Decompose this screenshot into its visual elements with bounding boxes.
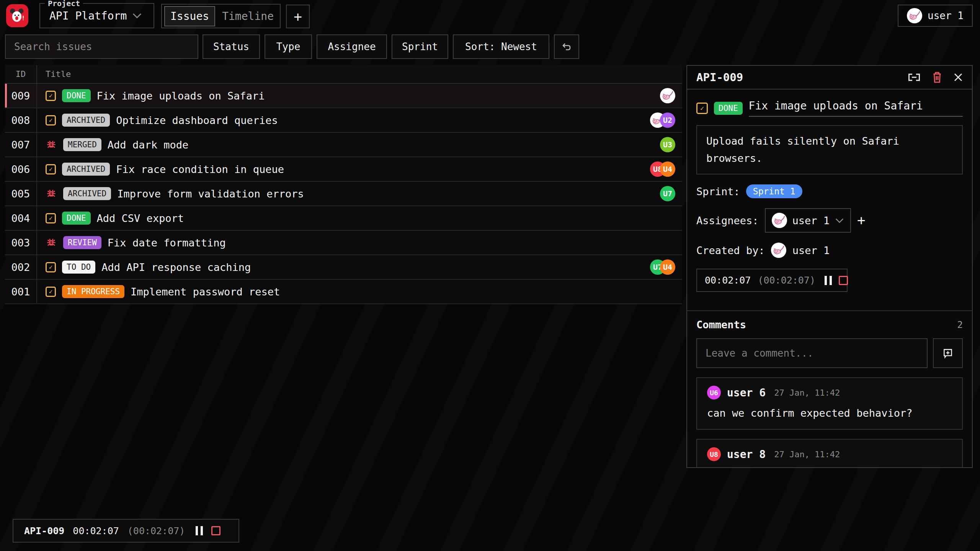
timer-total: (00:02:07) bbox=[758, 275, 815, 286]
assignee-avatars bbox=[660, 88, 675, 103]
bug-icon bbox=[46, 188, 57, 199]
filter-status-button[interactable]: Status bbox=[203, 34, 260, 59]
sort-button[interactable]: Sort: Newest bbox=[453, 34, 549, 59]
status-badge: IN PROGRESS bbox=[62, 285, 124, 298]
comments-heading: Comments bbox=[696, 319, 746, 331]
close-panel-button[interactable] bbox=[954, 73, 963, 82]
avatar-u4: U4 bbox=[660, 259, 675, 275]
search-input[interactable] bbox=[5, 34, 198, 59]
filter-sprint-button[interactable]: Sprint bbox=[392, 34, 448, 59]
new-issue-button[interactable]: + bbox=[286, 5, 310, 28]
issue-title: Fix race condition in queue bbox=[116, 163, 284, 175]
comment-body: can we confirm expected behavior? bbox=[707, 407, 952, 419]
comment-author-avatar: U6 bbox=[707, 386, 721, 399]
issue-id: 004 bbox=[5, 206, 36, 230]
tab-issues[interactable]: Issues bbox=[164, 6, 215, 26]
time-tracker-bar: API-009 00:02:07 (00:02:07) bbox=[13, 519, 239, 543]
assignee-avatars: U7 bbox=[660, 186, 675, 201]
issue-description[interactable]: Upload fails silently on Safari browsers… bbox=[696, 125, 963, 174]
status-badge: DONE bbox=[62, 212, 91, 225]
table-row[interactable]: 001 ✓ IN PROGRESS Implement password res… bbox=[5, 280, 682, 304]
table-row[interactable]: 006 ✓ ARCHIVED Fix race condition in que… bbox=[5, 157, 682, 182]
trash-icon bbox=[932, 72, 942, 83]
created-by-label: Created by: bbox=[696, 245, 765, 256]
table-row[interactable]: 008 ✓ ARCHIVED Optimize dashboard querie… bbox=[5, 108, 682, 133]
issue-id: 009 bbox=[5, 84, 36, 108]
svg-text:!: ! bbox=[21, 15, 25, 22]
status-badge: MERGED bbox=[63, 138, 101, 151]
user1-avatar bbox=[907, 8, 922, 23]
filter-type-button[interactable]: Type bbox=[265, 34, 312, 59]
status-badge: TO DO bbox=[62, 261, 95, 274]
tracker-total: (00:02:07) bbox=[127, 525, 185, 536]
undo-button[interactable] bbox=[554, 34, 579, 59]
comment-card: U6 user 6 27 Jan, 11:42 can we confirm e… bbox=[696, 377, 963, 430]
task-checkbox-icon: ✓ bbox=[46, 91, 56, 101]
tab-timeline[interactable]: Timeline bbox=[217, 7, 279, 26]
tracker-elapsed: 00:02:07 bbox=[73, 525, 119, 536]
issue-timer: 00:02:07 (00:02:07) bbox=[696, 269, 848, 292]
chevron-down-icon bbox=[835, 218, 844, 223]
tracker-issue-key: API-009 bbox=[24, 525, 64, 536]
assignee-avatars: U8U4 bbox=[650, 161, 675, 177]
table-row[interactable]: 003 ✓ REVIEW Fix date formatting bbox=[5, 231, 682, 255]
detail-issue-title[interactable]: Fix image uploads on Safari bbox=[749, 99, 963, 117]
comment-timestamp: 27 Jan, 11:42 bbox=[774, 388, 840, 398]
user1-avatar bbox=[660, 88, 675, 103]
submit-comment-button[interactable] bbox=[933, 338, 963, 368]
table-row[interactable]: 004 ✓ DONE Add CSV export bbox=[5, 206, 682, 231]
filter-assignee-button[interactable]: Assignee bbox=[317, 34, 387, 59]
copy-link-button[interactable] bbox=[908, 73, 921, 82]
comment-input[interactable] bbox=[696, 338, 928, 368]
issue-table-body: 009 ✓ DONE Fix image uploads on Safari 0… bbox=[5, 84, 682, 304]
task-checkbox-icon: ✓ bbox=[46, 164, 56, 174]
bug-icon bbox=[46, 237, 57, 248]
comments-count: 2 bbox=[957, 320, 963, 330]
assignee-avatars: U7U4 bbox=[650, 259, 675, 275]
issue-title: Optimize dashboard queries bbox=[116, 114, 278, 126]
detail-panel-body: ✓ DONE Fix image uploads on Safari Uploa… bbox=[687, 90, 972, 300]
assignee-avatars: U3 bbox=[660, 137, 675, 152]
column-id: ID bbox=[5, 69, 36, 79]
current-user-menu[interactable]: user 1 bbox=[898, 5, 973, 27]
comment-plus-icon bbox=[942, 347, 954, 359]
chevron-down-icon bbox=[132, 13, 142, 19]
project-name: API Platform bbox=[49, 10, 127, 22]
assignee-avatar-slot bbox=[772, 213, 787, 228]
detail-panel-header: API-009 bbox=[687, 66, 972, 90]
add-assignee-button[interactable]: + bbox=[857, 214, 866, 227]
issue-title: Fix date formatting bbox=[108, 237, 226, 249]
app-logo-icon[interactable]: ! bbox=[6, 4, 28, 27]
table-row[interactable]: 002 ✓ TO DO Add API response caching U7U… bbox=[5, 255, 682, 280]
comment-author-avatar: U8 bbox=[707, 447, 721, 461]
assignee-dropdown[interactable]: user 1 bbox=[765, 208, 851, 233]
issue-key: API-009 bbox=[696, 71, 743, 84]
pause-timer-button[interactable] bbox=[825, 276, 832, 285]
tracker-stop-button[interactable] bbox=[211, 526, 220, 535]
comment-list: U6 user 6 27 Jan, 11:42 can we confirm e… bbox=[696, 368, 963, 467]
status-badge: DONE bbox=[62, 89, 91, 102]
issue-id: 008 bbox=[5, 108, 36, 132]
stop-timer-button[interactable] bbox=[839, 276, 848, 285]
issue-id: 005 bbox=[5, 182, 36, 205]
table-row[interactable]: 007 ✓ MERGED Add dark mode U3 bbox=[5, 133, 682, 157]
sprint-badge[interactable]: Sprint 1 bbox=[746, 184, 802, 198]
task-checkbox-icon: ✓ bbox=[46, 115, 56, 126]
avatar-u2: U2 bbox=[660, 112, 675, 128]
project-selector[interactable]: Project API Platform bbox=[39, 3, 154, 28]
issue-id: 003 bbox=[5, 231, 36, 254]
delete-issue-button[interactable] bbox=[932, 72, 942, 83]
issue-detail-panel: API-009 ✓ DONE bbox=[686, 65, 973, 468]
timer-elapsed: 00:02:07 bbox=[705, 275, 751, 286]
current-user-name: user 1 bbox=[928, 10, 964, 21]
tracker-pause-button[interactable] bbox=[196, 526, 203, 535]
creator-avatar-slot bbox=[771, 243, 786, 258]
comment-timestamp: 27 Jan, 11:42 bbox=[774, 450, 840, 459]
table-row[interactable]: 009 ✓ DONE Fix image uploads on Safari bbox=[5, 84, 682, 108]
issue-title: Improve form validation errors bbox=[117, 188, 304, 200]
status-badge: ARCHIVED bbox=[62, 163, 110, 176]
current-user-avatar-slot bbox=[907, 8, 922, 23]
table-row[interactable]: 005 ✓ ARCHIVED Improve form validation e… bbox=[5, 182, 682, 206]
issue-title: Add API response caching bbox=[101, 261, 251, 273]
view-tabs: Issues Timeline bbox=[161, 4, 281, 28]
